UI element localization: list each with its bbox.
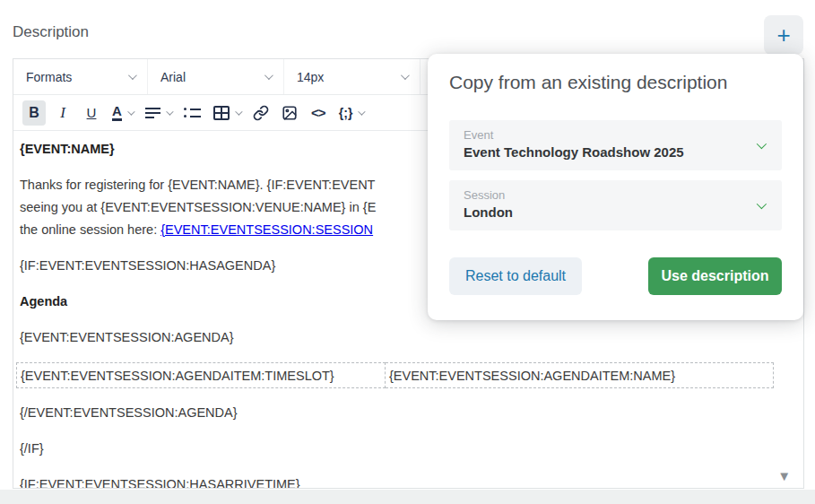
plus-icon: + [776, 23, 790, 47]
popover-actions: Reset to default Use description [449, 257, 782, 295]
session-select-value: London [464, 203, 746, 222]
font-family-dropdown[interactable]: Arial [148, 59, 284, 94]
paragraph-line: Thanks for registering for {EVENT:NAME}.… [20, 178, 375, 192]
add-description-button[interactable]: + [764, 15, 803, 55]
agenda-name-cell[interactable]: {EVENT:EVENTSESSION:AGENDAITEM:NAME} [386, 362, 774, 388]
chevron-down-icon [757, 199, 767, 209]
underline-button[interactable]: U [80, 100, 103, 126]
popover-title: Copy from an existing description [449, 70, 782, 95]
font-size-dropdown-label: 14px [297, 70, 324, 84]
text-color-button[interactable]: A [108, 100, 136, 126]
event-select[interactable]: Event Event Technology Roadshow 2025 [449, 120, 782, 170]
chevron-down-icon [401, 71, 410, 80]
text-color-icon: A [112, 104, 122, 121]
formats-dropdown[interactable]: Formats [13, 59, 148, 94]
bold-icon: B [29, 105, 39, 121]
chevron-down-icon [127, 108, 134, 115]
scroll-down-indicator[interactable]: ▼ [777, 469, 791, 482]
table-icon [213, 106, 230, 120]
link-button[interactable] [249, 100, 273, 126]
agenda-table-row[interactable]: {EVENT:EVENTSESSION:AGENDAITEM:TIMESLOT}… [16, 362, 774, 388]
use-description-button[interactable]: Use description [648, 257, 782, 295]
link-icon [253, 105, 269, 121]
agenda-timeslot-cell[interactable]: {EVENT:EVENTSESSION:AGENDAITEM:TIMESLOT} [16, 362, 386, 388]
table-button[interactable] [210, 100, 244, 126]
agenda-loop-close-tag: {/EVENT:EVENTSESSION:AGENDA} [20, 402, 797, 424]
source-code-button[interactable]: <> [307, 100, 330, 126]
bold-button[interactable]: B [22, 100, 46, 126]
chevron-down-icon [359, 108, 366, 115]
session-select-label: Session [464, 188, 746, 203]
if-close-tag: {/IF} [20, 438, 797, 460]
reset-to-default-button[interactable]: Reset to default [449, 257, 582, 295]
italic-button[interactable]: I [51, 100, 74, 126]
formats-dropdown-label: Formats [26, 70, 72, 84]
section-title: Description [13, 23, 89, 41]
bullet-list-button[interactable] [180, 100, 204, 126]
align-button[interactable] [142, 100, 175, 126]
image-button[interactable] [278, 100, 301, 126]
copy-description-popover: Copy from an existing description Event … [428, 54, 803, 320]
chevron-down-icon [128, 71, 137, 80]
paragraph-line: seeing you at {EVENT:EVENTSESSION:VENUE:… [20, 200, 376, 214]
event-select-label: Event [464, 128, 746, 143]
chevron-down-icon [235, 108, 242, 115]
font-size-dropdown[interactable]: 14px [284, 59, 421, 94]
underline-icon: U [87, 105, 97, 120]
image-icon [282, 105, 298, 121]
agenda-loop-open-tag: {EVENT:EVENTSESSION:AGENDA} [20, 326, 797, 349]
chevron-down-icon [264, 71, 273, 80]
font-family-dropdown-label: Arial [160, 70, 186, 84]
code-icon: <> [311, 105, 325, 120]
paragraph-line: the online session here: [20, 222, 160, 237]
chevron-down-icon [166, 108, 173, 115]
if-hasarrivetime-tag: {IF:EVENT:EVENTSESSION:HASARRIVETIME} [20, 474, 797, 488]
align-left-icon [145, 108, 160, 118]
merge-tag-button[interactable]: {;} [335, 100, 368, 126]
event-select-value: Event Technology Roadshow 2025 [464, 143, 746, 162]
session-url-link[interactable]: {EVENT:EVENTSESSION:SESSION [160, 222, 373, 237]
template-tag-icon: {;} [339, 106, 353, 120]
page-bottom-divider [0, 490, 815, 504]
session-select[interactable]: Session London [449, 180, 782, 230]
chevron-down-icon [757, 139, 767, 149]
bullet-list-icon [184, 108, 201, 117]
italic-icon: I [60, 104, 65, 122]
